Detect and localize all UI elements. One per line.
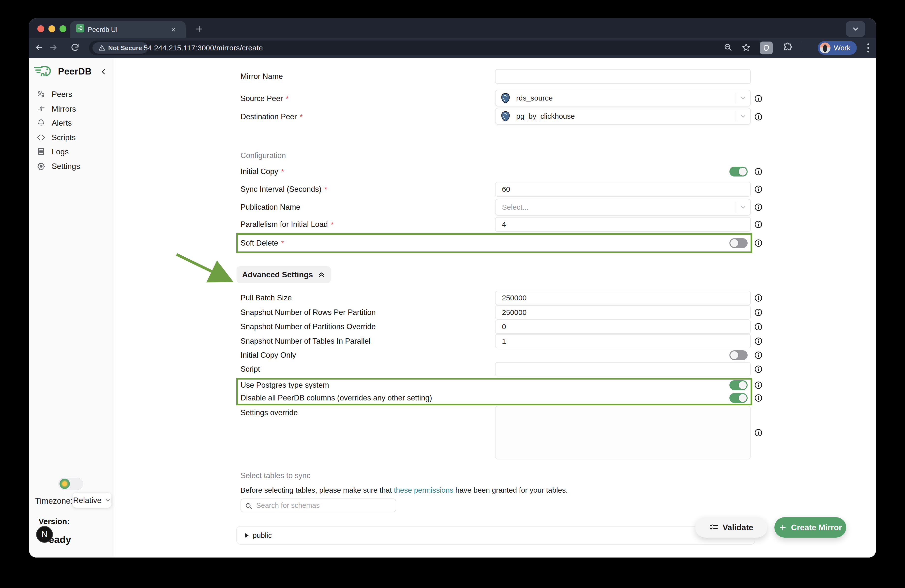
url-bar[interactable]: Not Secure 54.244.215.117:3000/mirrors/c… [89,41,766,55]
info-icon[interactable] [754,428,763,437]
info-icon[interactable] [754,203,763,211]
publication-name-label: Publication Name [241,203,300,212]
cable-icon [37,90,45,98]
configuration-heading: Configuration [241,151,286,160]
script-input[interactable] [495,362,751,376]
new-tab-icon[interactable] [194,24,204,34]
mirror-name-label: Mirror Name [241,72,283,81]
parallelism-input[interactable] [495,217,751,232]
disable-peerdb-columns-toggle[interactable] [729,393,748,403]
info-icon[interactable] [754,239,763,247]
sidebar-item-settings[interactable]: Settings [29,159,114,173]
schema-name: public [252,531,272,540]
zoom-out-icon[interactable] [724,43,733,53]
sidebar-item-scripts[interactable]: Scripts [29,130,114,144]
sidebar-item-label: Alerts [52,119,72,128]
info-icon[interactable] [754,323,763,331]
postgres-icon [500,111,511,122]
soft-delete-toggle[interactable] [729,238,748,248]
sidebar-item-peers[interactable]: Peers [29,87,114,101]
tab-title: Peerdb UI [88,26,118,33]
info-icon[interactable] [754,381,763,389]
shield-extension-icon[interactable] [760,41,773,54]
info-icon[interactable] [754,394,763,402]
not-secure-chip[interactable]: Not Secure [92,42,148,54]
schema-search-input[interactable] [256,499,393,512]
sidebar-item-label: Logs [52,147,68,156]
avatar [820,43,830,53]
version-label: Version: [39,517,70,526]
info-icon[interactable] [754,294,763,302]
snapshot-rows-input[interactable] [495,305,751,320]
initial-copy-toggle[interactable] [729,166,748,176]
profile-chip[interactable]: Work [818,41,857,55]
browser-menu-icon[interactable] [867,43,869,52]
advanced-settings-toggle[interactable]: Advanced Settings [237,266,331,283]
info-icon[interactable] [754,337,763,346]
tab-search-chevron-icon[interactable] [846,21,865,37]
sidebar-collapse-icon[interactable] [100,68,107,76]
destination-peer-select[interactable]: pg_by_clickhouse [495,108,751,125]
source-peer-select[interactable]: rds_source [495,90,751,106]
minimize-window-button[interactable] [48,25,56,32]
light-mode-sun-icon [60,479,70,489]
chevron-down-icon[interactable] [740,94,747,102]
sidebar-item-label: Mirrors [52,105,76,114]
postgres-icon [500,92,511,104]
info-icon[interactable] [754,365,763,373]
permissions-link[interactable]: these permissions [394,486,454,494]
schema-row-public[interactable]: public [245,531,272,540]
snapshot-rows-label: Snapshot Number of Rows Per Partition [241,308,376,317]
snapshot-tables-label: Snapshot Number of Tables In Parallel [241,337,370,346]
initial-copy-label: Initial Copy* [241,167,284,176]
info-icon[interactable] [754,113,763,121]
app-brand: PeerDB [34,65,92,78]
mirror-create-form: Mirror Name Source Peer* rds_source Dest… [114,58,876,558]
mirror-name-input[interactable] [495,69,751,84]
sidebar-item-alerts[interactable]: Alerts [29,116,114,130]
reload-icon[interactable] [70,43,80,53]
schema-list: public [237,526,755,545]
select-tables-heading: Select tables to sync [241,471,310,480]
pull-batch-size-input[interactable] [495,291,751,305]
peerdb-favicon-icon [76,24,84,32]
use-postgres-type-label: Use Postgres type system [241,381,329,390]
extensions-puzzle-icon[interactable] [782,42,794,55]
create-mirror-button[interactable]: Create Mirror [775,517,846,537]
sidebar-item-logs[interactable]: Logs [29,145,114,158]
validate-button[interactable]: Validate [695,517,767,537]
settings-override-textarea[interactable] [495,406,751,460]
theme-toggle[interactable] [58,478,83,490]
bookmark-star-icon[interactable] [741,43,751,53]
info-icon[interactable] [754,94,763,103]
chevron-down-icon[interactable] [740,113,747,120]
publication-name-select[interactable]: Select... [495,199,751,216]
browser-tab[interactable]: Peerdb UI [70,21,186,38]
maximize-window-button[interactable] [60,25,67,32]
schema-search[interactable] [241,499,396,512]
toolbar-divider [801,43,801,53]
info-icon[interactable] [754,220,763,228]
chevron-down-icon [105,497,111,504]
forward-icon[interactable] [49,43,58,53]
info-icon[interactable] [754,167,763,176]
timezone-label: Timezone: [35,496,73,506]
app-sidebar: PeerDB Peers Mirrors Alerts Scripts Logs… [29,58,114,558]
info-icon[interactable] [754,185,763,193]
sidebar-item-mirrors[interactable]: Mirrors [29,102,114,116]
close-tab-icon[interactable] [170,26,177,33]
sync-interval-input[interactable] [495,182,751,197]
parallelism-label: Parallelism for Initial Load* [241,220,334,229]
snapshot-tables-input[interactable] [495,334,751,348]
back-icon[interactable] [35,43,44,53]
browser-window: Peerdb UI Not Secure 54.244.215.117 [29,18,876,558]
timezone-select[interactable]: Relative [73,493,111,508]
close-window-button[interactable] [37,25,44,32]
use-postgres-type-toggle[interactable] [729,380,748,390]
initial-copy-only-toggle[interactable] [729,350,748,360]
nextjs-dev-badge[interactable]: N [36,526,53,543]
snapshot-partitions-input[interactable] [495,320,751,334]
info-icon[interactable] [754,351,763,360]
info-icon[interactable] [754,308,763,317]
chevron-down-icon[interactable] [740,204,747,211]
